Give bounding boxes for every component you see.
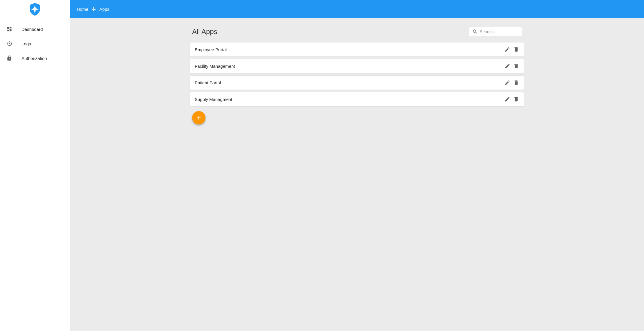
logo[interactable] — [0, 0, 70, 18]
app-list: Employee Portal Facility Management — [190, 42, 524, 106]
delete-icon[interactable] — [513, 96, 519, 102]
page-title: All Apps — [192, 28, 217, 36]
edit-icon[interactable] — [505, 47, 510, 52]
sidebar-item-authorization[interactable]: Authorization — [0, 51, 70, 65]
sidebar: Dashboard Logs Authorization — [0, 0, 70, 331]
sidebar-item-dashboard[interactable]: Dashboard — [0, 22, 70, 36]
app-actions — [505, 47, 519, 52]
search-icon — [472, 29, 478, 35]
edit-icon[interactable] — [505, 63, 510, 69]
shield-plane-icon — [28, 2, 42, 16]
topbar: Home Apps — [70, 0, 644, 18]
breadcrumb-current: Apps — [99, 7, 109, 12]
list-item[interactable]: Patient Portal — [190, 75, 524, 90]
app-name: Employee Portal — [195, 47, 227, 52]
sidebar-item-label: Dashboard — [22, 27, 43, 32]
breadcrumb-home[interactable]: Home — [77, 7, 88, 12]
list-item[interactable]: Facility Management — [190, 59, 524, 73]
nav-list: Dashboard Logs Authorization — [0, 18, 70, 65]
delete-icon[interactable] — [513, 47, 519, 52]
delete-icon[interactable] — [513, 63, 519, 69]
add-app-button[interactable] — [192, 111, 205, 124]
plus-icon — [196, 115, 202, 121]
app-name: Supply Managment — [195, 97, 232, 102]
list-item[interactable]: Supply Managment — [190, 92, 524, 106]
sidebar-item-label: Authorization — [22, 56, 47, 61]
app-actions — [505, 96, 519, 102]
sidebar-item-label: Logs — [22, 41, 31, 46]
delete-icon[interactable] — [513, 80, 519, 86]
search-box[interactable] — [469, 27, 522, 36]
main-content: Home Apps All Apps — [70, 0, 644, 331]
dashboard-icon — [6, 26, 13, 33]
list-item[interactable]: Employee Portal — [190, 42, 524, 57]
breadcrumb: Home Apps — [77, 7, 109, 12]
content-area: All Apps Employee Portal — [70, 18, 644, 331]
app-name: Facility Management — [195, 64, 235, 69]
app-name: Patient Portal — [195, 80, 221, 85]
history-icon — [6, 40, 13, 47]
edit-icon[interactable] — [505, 96, 510, 102]
lock-icon — [6, 55, 13, 62]
search-input[interactable] — [480, 29, 531, 34]
plane-icon — [91, 7, 96, 12]
sidebar-item-logs[interactable]: Logs — [0, 36, 70, 51]
app-actions — [505, 80, 519, 86]
edit-icon[interactable] — [505, 80, 510, 86]
app-actions — [505, 63, 519, 69]
header-row: All Apps — [190, 27, 524, 36]
